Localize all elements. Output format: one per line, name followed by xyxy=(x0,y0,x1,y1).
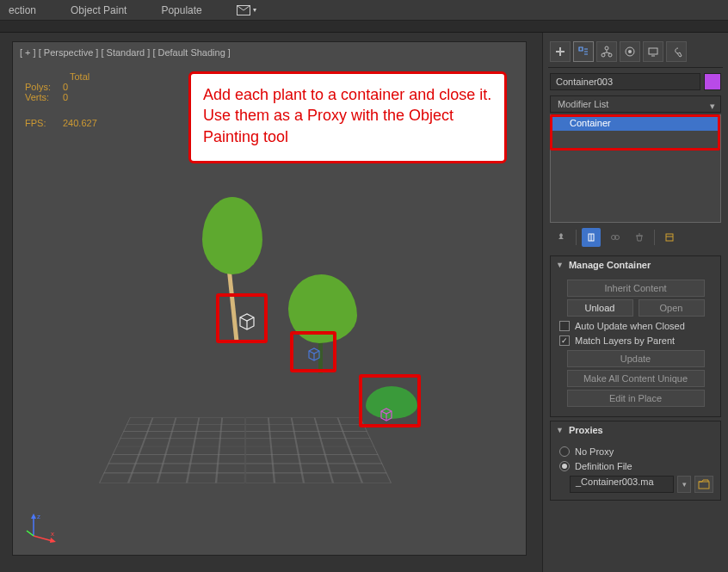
axis-gizmo: z x xyxy=(25,510,59,544)
auto-update-checkbox-row[interactable]: Auto Update when Closed xyxy=(559,321,712,331)
unload-button[interactable]: Unload xyxy=(567,299,633,317)
command-panel: Modifier List ▾ Container ▼ Manage Conta… xyxy=(542,33,728,572)
menu-object-paint[interactable]: Object Paint xyxy=(71,4,126,16)
make-unique-icon xyxy=(610,232,620,243)
object-color-swatch[interactable] xyxy=(704,73,721,90)
annotation-box-2 xyxy=(290,331,336,372)
plus-icon xyxy=(554,46,566,58)
tab-hierarchy[interactable] xyxy=(596,41,617,62)
svg-rect-49 xyxy=(699,482,709,489)
make-all-unique-button[interactable]: Make All Content Unique xyxy=(567,370,705,387)
svg-marker-28 xyxy=(31,514,36,519)
remove-modifier-button[interactable] xyxy=(630,228,649,247)
annotation-box-3 xyxy=(359,374,421,427)
update-button[interactable]: Update xyxy=(567,350,705,367)
stats-fps-label: FPS: xyxy=(25,118,63,128)
tree1-foliage xyxy=(202,197,262,274)
svg-point-37 xyxy=(602,53,605,57)
radio-checked-icon xyxy=(559,461,570,471)
hierarchy-icon xyxy=(601,46,613,58)
configure-sets-button[interactable] xyxy=(660,228,679,247)
tab-display[interactable] xyxy=(643,41,663,62)
display-icon xyxy=(647,46,659,58)
rollout-header-manage-container[interactable]: ▼ Manage Container xyxy=(551,256,720,274)
sub-strip xyxy=(0,21,728,33)
rollout-header-proxies[interactable]: ▼ Proxies xyxy=(551,421,720,439)
rollout-title: Proxies xyxy=(569,425,603,435)
stats-polys-label: Polys: xyxy=(25,82,63,92)
radio-unchecked-icon xyxy=(559,446,570,457)
wrench-icon xyxy=(670,46,682,58)
stats-verts-label: Verts: xyxy=(25,92,63,102)
definition-file-label: Definition File xyxy=(575,461,632,471)
checkbox-unchecked-icon xyxy=(559,321,570,331)
svg-rect-47 xyxy=(666,234,673,241)
modifier-list-dropdown[interactable]: Modifier List ▾ xyxy=(550,95,721,113)
chevron-down-icon: ▾ xyxy=(710,101,715,112)
open-button[interactable]: Open xyxy=(639,299,705,317)
rollout-manage-container: ▼ Manage Container Inherit Content Unloa… xyxy=(550,255,721,417)
show-end-result-button[interactable] xyxy=(582,228,601,247)
no-proxy-label: No Proxy xyxy=(575,446,614,457)
viewport-stats: Total Polys:0 Verts:0 FPS:240.627 xyxy=(25,71,97,128)
modifier-list-label: Modifier List xyxy=(558,99,608,109)
viewport-labels[interactable]: [ + ] [ Perspective ] [ Standard ] [ Def… xyxy=(20,47,231,58)
configure-icon xyxy=(664,232,675,243)
svg-line-33 xyxy=(27,531,34,536)
browse-file-button[interactable] xyxy=(694,476,713,493)
definition-file-field[interactable]: _Container003.ma xyxy=(570,476,674,493)
stats-polys-value: 0 xyxy=(63,82,68,92)
edit-in-place-button[interactable]: Edit in Place xyxy=(567,390,705,407)
stats-total-header: Total xyxy=(70,71,97,82)
envelope-icon xyxy=(237,5,250,15)
menu-notifications[interactable]: ▾ xyxy=(237,5,256,15)
annotation-box-stack xyxy=(550,114,720,151)
definition-file-radio-row[interactable]: Definition File xyxy=(559,461,712,471)
match-layers-checkbox-row[interactable]: ✓ Match Layers by Parent xyxy=(559,335,712,346)
unload-open-row: Unload Open xyxy=(567,299,705,317)
inherit-content-button[interactable]: Inherit Content xyxy=(567,280,705,297)
trash-icon xyxy=(634,232,645,243)
no-proxy-radio-row[interactable]: No Proxy xyxy=(559,446,712,457)
menu-populate[interactable]: Populate xyxy=(161,4,201,16)
modify-icon xyxy=(577,46,589,58)
stats-fps-value: 240.627 xyxy=(63,118,97,128)
motion-icon xyxy=(624,46,636,58)
top-menu-bar: ection Object Paint Populate ▾ xyxy=(0,0,728,21)
viewport[interactable]: [ + ] [ Perspective ] [ Standard ] [ Def… xyxy=(12,41,527,556)
pin-stack-button[interactable] xyxy=(552,228,571,247)
tab-create[interactable] xyxy=(550,41,571,62)
pin-icon xyxy=(556,232,566,243)
stats-verts-value: 0 xyxy=(63,92,68,102)
object-name-field[interactable] xyxy=(550,73,700,90)
ground-grid xyxy=(99,417,392,483)
svg-point-40 xyxy=(628,50,632,53)
divider xyxy=(654,230,655,245)
stack-toolbar xyxy=(552,228,719,247)
svg-point-36 xyxy=(605,46,608,50)
chevron-down-icon: ▼ xyxy=(556,261,564,269)
annotation-box-1 xyxy=(216,293,268,343)
show-end-result-icon xyxy=(586,232,596,243)
command-tabs xyxy=(548,38,723,68)
make-unique-button[interactable] xyxy=(606,228,625,247)
svg-point-38 xyxy=(608,53,612,57)
svg-marker-31 xyxy=(50,538,56,543)
checkbox-checked-icon: ✓ xyxy=(559,335,570,346)
definition-file-dropdown[interactable]: ▾ xyxy=(677,476,691,493)
rollout-title: Manage Container xyxy=(569,260,651,270)
tab-motion[interactable] xyxy=(620,41,640,62)
folder-icon xyxy=(698,479,710,489)
svg-line-30 xyxy=(34,536,52,541)
svg-rect-41 xyxy=(649,48,657,54)
rollout-proxies: ▼ Proxies No Proxy Definition File _Cont… xyxy=(550,421,721,501)
chevron-down-icon: ▼ xyxy=(556,426,564,434)
tab-modify[interactable] xyxy=(573,41,594,62)
svg-text:z: z xyxy=(37,513,40,520)
menu-selection-clipped[interactable]: ection xyxy=(9,4,36,16)
divider xyxy=(576,230,577,245)
auto-update-label: Auto Update when Closed xyxy=(575,321,685,331)
match-layers-label: Match Layers by Parent xyxy=(575,335,675,346)
svg-text:x: x xyxy=(51,530,54,538)
tab-utilities[interactable] xyxy=(666,41,687,62)
